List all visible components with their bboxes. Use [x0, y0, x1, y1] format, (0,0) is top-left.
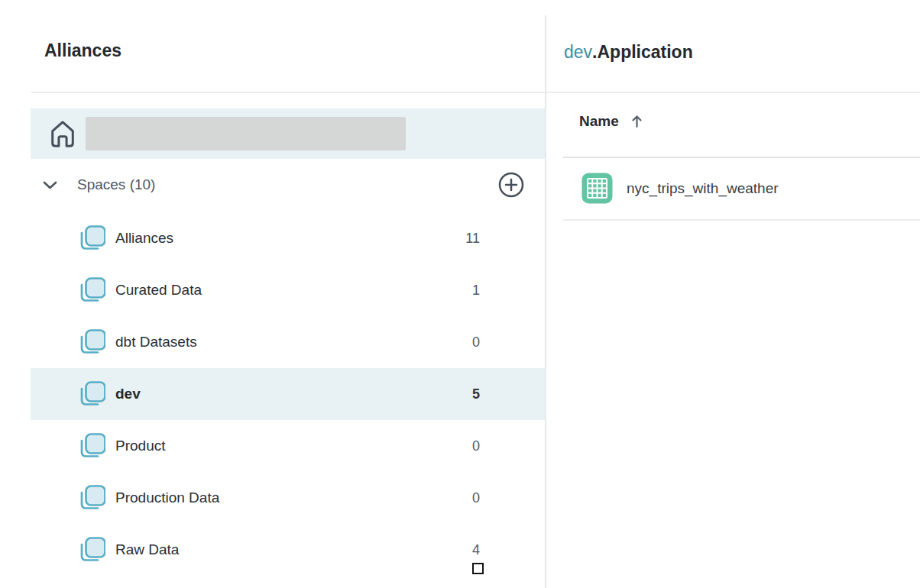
space-dataset-count: 4: [434, 542, 480, 558]
spaces-list: Alliances 11 Curated Data 1 dbt Datasets: [31, 212, 545, 576]
space-name: dev: [115, 386, 141, 402]
space-name: Production Data: [115, 489, 219, 506]
breadcrumb-context[interactable]: dev: [564, 42, 592, 62]
arrow-up-icon[interactable]: [630, 114, 643, 129]
space-icon: [79, 380, 105, 408]
home-label-skeleton: [86, 117, 406, 150]
space-name: Raw Data: [115, 541, 179, 558]
space-name: Curated Data: [115, 282, 202, 299]
space-dataset-count: 0: [434, 334, 480, 351]
sidebar-space-item-dbt-datasets[interactable]: dbt Datasets 0: [31, 316, 545, 368]
spaces-sidebar: Alliances Spaces (10): [0, 0, 545, 588]
title-divider: [31, 92, 545, 93]
space-icon: [79, 328, 105, 356]
space-dataset-count: 11: [434, 231, 480, 247]
space-icon: [79, 276, 105, 304]
sidebar-space-item-raw-data[interactable]: Raw Data 4: [31, 524, 545, 576]
catalog-main-panel: dev.Application Name nyc_trips_with_weat…: [546, 0, 920, 588]
spaces-section-header[interactable]: Spaces (10): [31, 162, 545, 208]
column-label: Name: [579, 113, 619, 130]
sidebar-space-item-curated-data[interactable]: Curated Data 1: [31, 264, 545, 316]
breadcrumb-current: Application: [597, 42, 692, 62]
space-icon: [79, 484, 105, 512]
spaces-section-label: Spaces (10): [77, 176, 155, 193]
dataset-name: nyc_trips_with_weather: [627, 180, 779, 197]
home-icon: [48, 118, 77, 150]
space-dataset-count: 1: [434, 283, 480, 299]
plus-circle-icon[interactable]: [498, 172, 524, 198]
space-icon: [79, 432, 105, 460]
space-dataset-count: 5: [434, 386, 480, 402]
space-dataset-count: 0: [434, 490, 480, 506]
page-title: Alliances: [44, 38, 121, 63]
dataset-table-icon: [581, 173, 613, 204]
table-row-divider: [563, 219, 920, 221]
chevron-down-icon[interactable]: [42, 180, 58, 190]
space-name: dbt Datasets: [115, 334, 197, 351]
table-row[interactable]: nyc_trips_with_weather: [563, 157, 920, 219]
space-icon: [79, 225, 105, 252]
space-name: Alliances: [115, 230, 173, 247]
breadcrumb: dev.Application: [564, 40, 693, 64]
column-header-name[interactable]: Name: [579, 113, 643, 130]
stray-square-artifact: [472, 563, 484, 574]
space-icon: [79, 536, 105, 564]
breadcrumb-divider: [546, 92, 920, 93]
space-name: Product: [115, 438, 165, 454]
home-item[interactable]: [31, 108, 545, 159]
sidebar-space-item-alliances[interactable]: Alliances 11: [31, 212, 545, 264]
sidebar-space-item-product[interactable]: Product 0: [31, 420, 545, 472]
space-dataset-count: 0: [434, 438, 480, 454]
sidebar-space-item-dev[interactable]: dev 5: [31, 368, 545, 420]
sidebar-space-item-production-data[interactable]: Production Data 0: [31, 472, 545, 524]
